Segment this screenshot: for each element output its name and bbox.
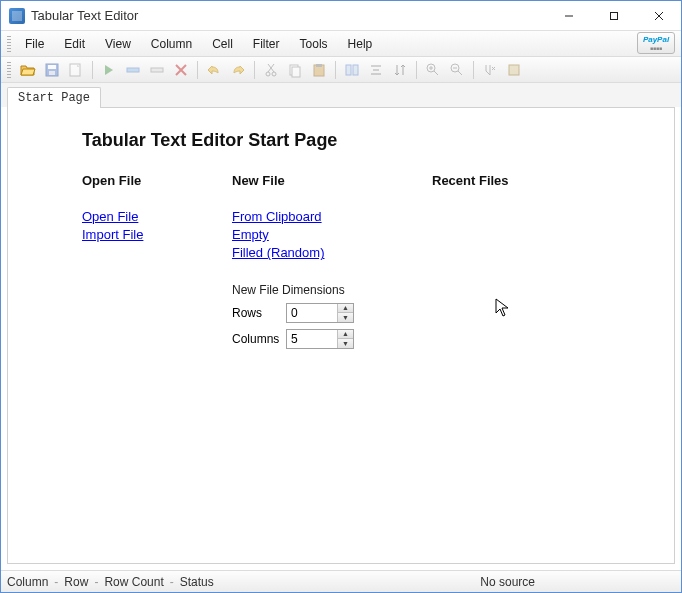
window-title: Tabular Text Editor <box>31 8 138 23</box>
undo-icon[interactable] <box>203 59 225 81</box>
save-as-icon[interactable] <box>65 59 87 81</box>
svg-rect-1 <box>610 12 617 19</box>
open-file-section: Open File Open File Import File <box>82 173 232 355</box>
rows-label: Rows <box>232 306 286 320</box>
svg-rect-9 <box>151 68 163 72</box>
status-source: No source <box>474 575 541 589</box>
menu-tools[interactable]: Tools <box>290 34 338 54</box>
save-icon[interactable] <box>41 59 63 81</box>
menu-filter[interactable]: Filter <box>243 34 290 54</box>
columns-up-icon[interactable]: ▲ <box>338 330 353 340</box>
menu-view[interactable]: View <box>95 34 141 54</box>
settings-icon[interactable] <box>503 59 525 81</box>
menu-help[interactable]: Help <box>338 34 383 54</box>
status-row-label: Row <box>58 575 94 589</box>
rows-row: Rows ▲ ▼ <box>232 303 432 323</box>
svg-point-12 <box>266 72 270 76</box>
filter-icon[interactable] <box>479 59 501 81</box>
recent-files-heading: Recent Files <box>432 173 592 188</box>
redo-icon[interactable] <box>227 59 249 81</box>
paypal-sub: ■■■■ <box>650 45 662 51</box>
import-file-link[interactable]: Import File <box>82 226 143 244</box>
svg-line-26 <box>434 71 438 75</box>
filled-random-link[interactable]: Filled (Random) <box>232 244 324 262</box>
svg-rect-6 <box>49 71 55 75</box>
svg-rect-17 <box>292 67 300 77</box>
svg-point-13 <box>272 72 276 76</box>
menubar-grip[interactable] <box>7 36 11 52</box>
from-clipboard-link[interactable]: From Clipboard <box>232 208 322 226</box>
tabstrip: Start Page <box>1 83 681 107</box>
open-file-heading: Open File <box>82 173 232 188</box>
empty-link[interactable]: Empty <box>232 226 269 244</box>
sort-icon[interactable] <box>389 59 411 81</box>
svg-rect-5 <box>48 65 56 69</box>
content-area: Tabular Text Editor Start Page Open File… <box>7 107 675 564</box>
columns-spinner[interactable]: ▲ ▼ <box>286 329 354 349</box>
zoom-in-icon[interactable] <box>422 59 444 81</box>
paypal-text2: Pal <box>657 35 669 44</box>
menu-cell[interactable]: Cell <box>202 34 243 54</box>
rows-input[interactable] <box>287 304 337 322</box>
close-button[interactable] <box>636 2 681 30</box>
new-file-section: New File From Clipboard Empty Filled (Ra… <box>232 173 432 355</box>
paste-icon[interactable] <box>308 59 330 81</box>
rows-down-icon[interactable]: ▼ <box>338 313 353 322</box>
insert-row-icon[interactable] <box>122 59 144 81</box>
page-title: Tabular Text Editor Start Page <box>82 130 674 151</box>
paypal-button[interactable]: PayPal ■■■■ <box>637 32 675 54</box>
copy-icon[interactable] <box>284 59 306 81</box>
svg-rect-32 <box>509 65 519 75</box>
cut-icon[interactable] <box>260 59 282 81</box>
toolbar-grip[interactable] <box>7 62 11 78</box>
open-icon[interactable] <box>17 59 39 81</box>
paypal-text1: Pay <box>643 35 657 44</box>
menu-file[interactable]: File <box>15 34 54 54</box>
titlebar: Tabular Text Editor <box>1 1 681 31</box>
status-row-count-label: Row Count <box>98 575 169 589</box>
delete-row-icon[interactable] <box>146 59 168 81</box>
app-icon <box>9 8 25 24</box>
rows-up-icon[interactable]: ▲ <box>338 304 353 314</box>
recent-files-section: Recent Files <box>432 173 592 355</box>
columns-label: Columns <box>232 332 286 346</box>
zoom-out-icon[interactable] <box>446 59 468 81</box>
svg-line-30 <box>458 71 462 75</box>
new-file-heading: New File <box>232 173 432 188</box>
svg-rect-20 <box>346 65 351 75</box>
toolbar <box>1 57 681 83</box>
svg-rect-21 <box>353 65 358 75</box>
columns-row: Columns ▲ ▼ <box>232 329 432 349</box>
minimize-button[interactable] <box>546 2 591 30</box>
statusbar: Column - Row - Row Count - Status No sou… <box>1 570 681 592</box>
svg-rect-8 <box>127 68 139 72</box>
status-status-label: Status <box>174 575 220 589</box>
align-icon[interactable] <box>365 59 387 81</box>
menu-edit[interactable]: Edit <box>54 34 95 54</box>
menu-column[interactable]: Column <box>141 34 202 54</box>
open-file-link[interactable]: Open File <box>82 208 138 226</box>
maximize-button[interactable] <box>591 2 636 30</box>
menubar: File Edit View Column Cell Filter Tools … <box>1 31 681 57</box>
tab-start-page[interactable]: Start Page <box>7 87 101 108</box>
columns-down-icon[interactable]: ▼ <box>338 339 353 348</box>
delete-icon[interactable] <box>170 59 192 81</box>
merge-icon[interactable] <box>341 59 363 81</box>
svg-rect-19 <box>316 64 322 67</box>
columns-input[interactable] <box>287 330 337 348</box>
status-column-label: Column <box>1 575 54 589</box>
run-icon[interactable] <box>98 59 120 81</box>
rows-spinner[interactable]: ▲ ▼ <box>286 303 354 323</box>
dimensions-label: New File Dimensions <box>232 283 432 297</box>
